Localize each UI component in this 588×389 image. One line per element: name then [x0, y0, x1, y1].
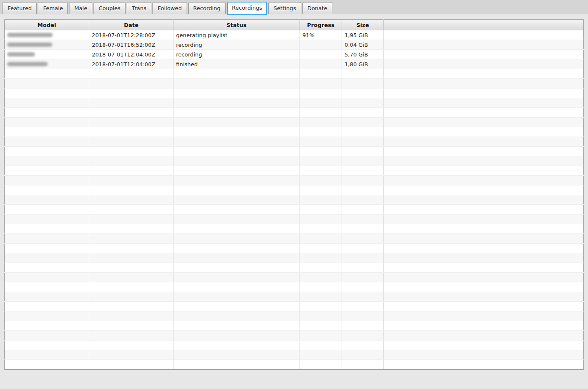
- empty-cell-date: [89, 69, 174, 79]
- empty-cell-progress: [300, 137, 342, 147]
- tab-featured[interactable]: Featured: [3, 2, 37, 14]
- empty-cell-model: [5, 147, 89, 156]
- empty-cell-size: [342, 118, 384, 127]
- empty-table-row: [5, 331, 584, 341]
- empty-table-row: [5, 302, 584, 311]
- tab-male[interactable]: Male: [69, 2, 92, 14]
- table-row[interactable]: 2018-07-01T16:52:00Zrecording0,04 GiB: [5, 40, 584, 50]
- column-header-date[interactable]: Date: [89, 20, 174, 30]
- table-row[interactable]: 2018-07-01T12:28:00Zgenerating playlist9…: [5, 30, 584, 40]
- empty-cell-size: [342, 156, 384, 166]
- empty-cell-size: [342, 341, 384, 350]
- column-header-progress[interactable]: Progress: [300, 20, 342, 30]
- tab-recordings[interactable]: Recordings: [227, 2, 267, 15]
- empty-table-row: [5, 137, 584, 147]
- empty-table-row: [5, 98, 584, 108]
- table-row[interactable]: 2018-07-01T12:04:00Zfinished1,80 GiB: [5, 59, 584, 69]
- empty-cell-extra: [384, 302, 584, 311]
- empty-cell-status: [174, 341, 300, 350]
- cell-size: 0,04 GiB: [342, 40, 384, 50]
- empty-cell-model: [5, 215, 89, 224]
- empty-cell-date: [89, 282, 174, 292]
- empty-cell-size: [342, 331, 384, 341]
- cell-date: 2018-07-01T12:04:00Z: [89, 59, 174, 69]
- empty-cell-date: [89, 215, 174, 224]
- empty-cell-size: [342, 185, 384, 195]
- column-header-size[interactable]: Size: [342, 20, 384, 30]
- empty-cell-progress: [300, 244, 342, 253]
- empty-cell-progress: [300, 195, 342, 205]
- empty-cell-size: [342, 98, 384, 108]
- redacted-model-name: [7, 33, 53, 37]
- empty-cell-date: [89, 166, 174, 176]
- empty-cell-size: [342, 79, 384, 89]
- empty-cell-extra: [384, 282, 584, 292]
- empty-table-row: [5, 263, 584, 273]
- empty-cell-size: [342, 127, 384, 137]
- tab-settings[interactable]: Settings: [268, 2, 301, 14]
- empty-cell-progress: [300, 292, 342, 302]
- empty-cell-model: [5, 185, 89, 195]
- cell-status: recording: [174, 40, 300, 50]
- empty-cell-status: [174, 244, 300, 253]
- empty-cell-progress: [300, 215, 342, 224]
- empty-cell-date: [89, 195, 174, 205]
- cell-progress: [300, 40, 342, 50]
- empty-cell-date: [89, 350, 174, 360]
- redacted-model-name: [7, 52, 35, 56]
- empty-cell-date: [89, 176, 174, 185]
- tab-trans[interactable]: Trans: [127, 2, 151, 14]
- cell-model: [5, 50, 89, 59]
- empty-cell-model: [5, 98, 89, 108]
- empty-cell-size: [342, 273, 384, 282]
- empty-cell-model: [5, 89, 89, 98]
- empty-cell-status: [174, 350, 300, 360]
- empty-cell-progress: [300, 147, 342, 156]
- tab-followed[interactable]: Followed: [152, 2, 187, 14]
- empty-cell-model: [5, 273, 89, 282]
- tab-couples[interactable]: Couples: [94, 2, 126, 14]
- tab-female[interactable]: Female: [38, 2, 68, 14]
- cell-status: finished: [174, 59, 300, 69]
- empty-cell-model: [5, 137, 89, 147]
- empty-cell-extra: [384, 176, 584, 185]
- tab-recording[interactable]: Recording: [188, 2, 226, 14]
- empty-cell-extra: [384, 127, 584, 137]
- empty-cell-extra: [384, 166, 584, 176]
- empty-cell-progress: [300, 156, 342, 166]
- empty-table-row: [5, 282, 584, 292]
- redacted-model-name: [7, 62, 48, 66]
- cell-size: 5,70 GiB: [342, 50, 384, 59]
- empty-cell-model: [5, 79, 89, 89]
- empty-cell-date: [89, 302, 174, 311]
- empty-cell-progress: [300, 89, 342, 98]
- empty-cell-size: [342, 69, 384, 79]
- empty-cell-progress: [300, 321, 342, 331]
- column-header-model[interactable]: Model: [5, 20, 89, 30]
- empty-cell-extra: [384, 205, 584, 215]
- empty-cell-size: [342, 244, 384, 253]
- empty-cell-size: [342, 282, 384, 292]
- empty-cell-size: [342, 253, 384, 263]
- empty-cell-extra: [384, 292, 584, 302]
- cell-size: 1,95 GiB: [342, 30, 384, 40]
- tab-donate[interactable]: Donate: [302, 2, 332, 14]
- empty-cell-status: [174, 176, 300, 185]
- empty-cell-status: [174, 166, 300, 176]
- empty-cell-date: [89, 118, 174, 127]
- empty-cell-progress: [300, 302, 342, 311]
- empty-cell-status: [174, 302, 300, 311]
- empty-cell-progress: [300, 263, 342, 273]
- empty-cell-progress: [300, 253, 342, 263]
- empty-cell-extra: [384, 321, 584, 331]
- empty-table-row: [5, 69, 584, 79]
- empty-cell-extra: [384, 137, 584, 147]
- table-row[interactable]: 2018-07-01T12:04:00Zrecording5,70 GiB: [5, 50, 584, 59]
- cell-date: 2018-07-01T12:28:00Z: [89, 30, 174, 40]
- empty-cell-extra: [384, 331, 584, 341]
- column-header-status[interactable]: Status: [174, 20, 300, 30]
- empty-cell-date: [89, 224, 174, 234]
- empty-cell-extra: [384, 156, 584, 166]
- cell-status: recording: [174, 50, 300, 59]
- column-header-extra[interactable]: [384, 20, 584, 30]
